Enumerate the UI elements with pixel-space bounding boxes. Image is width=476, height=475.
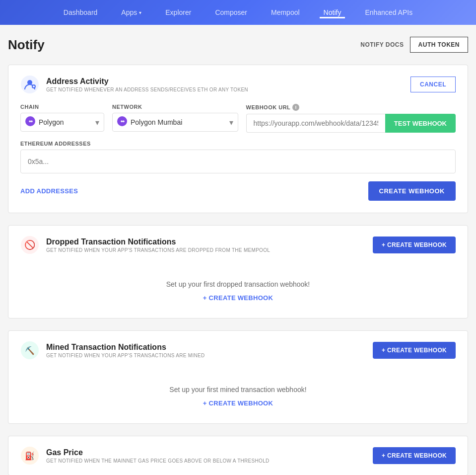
mined-transaction-empty-link[interactable]: + CREATE WEBHOOK (203, 399, 273, 407)
network-group: NETWORK Polygon Mumbai Mainnet Goerli (112, 104, 238, 133)
address-activity-form: CHAIN Polygon Ethereum Arbitrum (8, 104, 468, 213)
network-icon (117, 116, 127, 128)
gas-price-subtitle: GET NOTIFIED WHEN THE MAINNET GAS PRICE … (46, 458, 270, 464)
mined-transaction-empty-text: Set up your first mined transaction webh… (20, 386, 456, 394)
address-activity-title-group: Address Activity GET NOTIFIED WHENEVER A… (46, 77, 248, 92)
page-title: Notify (8, 37, 45, 53)
webhook-url-row: TEST WEBHOOK (246, 114, 456, 133)
info-icon: i (292, 104, 299, 111)
gas-price-card: ⛽ Gas Price GET NOTIFIED WHEN THE MAINNE… (8, 436, 468, 475)
address-activity-header-left: Address Activity GET NOTIFIED WHENEVER A… (20, 75, 248, 94)
dropped-transaction-icon: 🚫 (20, 236, 39, 254)
nav-explorer[interactable]: Explorer (161, 6, 195, 18)
create-webhook-button-primary[interactable]: CREATE WEBHOOK (368, 181, 456, 201)
nav-notify[interactable]: Notify (320, 6, 345, 18)
network-select-wrapper: Polygon Mumbai Mainnet Goerli ▾ (112, 113, 238, 132)
gas-price-header-left: ⛽ Gas Price GET NOTIFIED WHEN THE MAINNE… (20, 446, 270, 465)
dropped-transaction-empty-link[interactable]: + CREATE WEBHOOK (203, 294, 273, 302)
svg-text:🚫: 🚫 (24, 239, 36, 250)
nav-enhanced-apis[interactable]: Enhanced APIs (361, 6, 416, 18)
svg-text:⛽: ⛽ (25, 451, 35, 461)
dropped-transaction-header: 🚫 Dropped Transaction Notifications GET … (8, 226, 468, 264)
gas-price-title-group: Gas Price GET NOTIFIED WHEN THE MAINNET … (46, 448, 270, 464)
dropped-transaction-empty: Set up your first dropped transaction we… (8, 264, 468, 318)
mined-transaction-header-left: ⛏️ Mined Transaction Notifications GET N… (20, 341, 204, 360)
dropped-transaction-title-group: Dropped Transaction Notifications GET NO… (46, 238, 270, 253)
dropped-transaction-subtitle: GET NOTIFIED WHEN YOUR APP'S TRANSACTION… (46, 247, 270, 253)
form-row-selects: CHAIN Polygon Ethereum Arbitrum (20, 104, 456, 133)
dropped-transaction-card: 🚫 Dropped Transaction Notifications GET … (8, 225, 468, 318)
mined-transaction-title: Mined Transaction Notifications (46, 343, 204, 352)
notify-docs-button[interactable]: NOTIFY DOCS (360, 41, 404, 48)
dropped-transaction-title: Dropped Transaction Notifications (46, 238, 270, 246)
address-activity-subtitle: GET NOTIFIED WHENEVER AN ADDRESS SENDS/R… (46, 87, 248, 92)
network-label: NETWORK (112, 104, 238, 110)
dropped-create-webhook-button[interactable]: + CREATE WEBHOOK (373, 237, 456, 253)
webhook-url-input[interactable] (246, 114, 385, 133)
network-select[interactable]: Polygon Mumbai Mainnet Goerli (112, 113, 238, 132)
form-actions: ADD ADDRESSES CREATE WEBHOOK (20, 181, 456, 201)
address-activity-header: Address Activity GET NOTIFIED WHENEVER A… (8, 65, 468, 104)
dropped-transaction-header-left: 🚫 Dropped Transaction Notifications GET … (20, 236, 270, 254)
gas-price-title: Gas Price (46, 448, 270, 457)
mined-transaction-title-group: Mined Transaction Notifications GET NOTI… (46, 343, 204, 358)
webhook-url-group: WEBHOOK URL i TEST WEBHOOK (246, 104, 456, 133)
chain-select-wrapper: Polygon Ethereum Arbitrum ▾ (20, 113, 104, 132)
mined-transaction-header: ⛏️ Mined Transaction Notifications GET N… (8, 331, 468, 370)
nav-mempool[interactable]: Mempool (267, 6, 304, 18)
nav-apps[interactable]: Apps (117, 6, 145, 18)
mined-transaction-subtitle: GET NOTIFIED WHEN YOUR APP'S TRANSACTION… (46, 353, 204, 358)
gas-price-icon: ⛽ (20, 446, 39, 465)
nav-composer[interactable]: Composer (211, 6, 251, 18)
header-actions: NOTIFY DOCS AUTH TOKEN (360, 37, 468, 53)
mined-transaction-empty: Set up your first mined transaction webh… (8, 370, 468, 423)
gas-price-header: ⛽ Gas Price GET NOTIFIED WHEN THE MAINNE… (8, 436, 468, 475)
page-container: Notify NOTIFY DOCS AUTH TOKEN Ad (0, 25, 476, 475)
chain-group: CHAIN Polygon Ethereum Arbitrum (20, 104, 104, 133)
mined-transaction-icon: ⛏️ (20, 341, 39, 360)
mined-create-webhook-button[interactable]: + CREATE WEBHOOK (373, 342, 456, 359)
main-nav: Dashboard Apps Explorer Composer Mempool… (0, 0, 476, 25)
ethereum-addresses-input[interactable] (20, 150, 456, 173)
cancel-button[interactable]: CANCEL (410, 77, 456, 92)
nav-dashboard[interactable]: Dashboard (60, 6, 102, 18)
address-activity-icon (20, 75, 39, 94)
address-activity-title: Address Activity (46, 77, 248, 86)
gas-price-create-webhook-button[interactable]: + CREATE WEBHOOK (373, 447, 456, 464)
auth-token-button[interactable]: AUTH TOKEN (410, 37, 468, 53)
dropped-transaction-empty-text: Set up your first dropped transaction we… (20, 280, 456, 288)
ethereum-addresses-label: ETHEREUM ADDRESSES (20, 141, 456, 147)
chain-icon (25, 116, 35, 128)
svg-text:⛏️: ⛏️ (25, 346, 35, 355)
webhook-url-label: WEBHOOK URL i (246, 104, 456, 111)
mined-transaction-card: ⛏️ Mined Transaction Notifications GET N… (8, 330, 468, 424)
add-addresses-button[interactable]: ADD ADDRESSES (20, 187, 78, 195)
address-activity-card: Address Activity GET NOTIFIED WHENEVER A… (8, 65, 468, 213)
test-webhook-button[interactable]: TEST WEBHOOK (385, 114, 456, 133)
page-header: Notify NOTIFY DOCS AUTH TOKEN (8, 37, 468, 53)
ethereum-addresses-group: ETHEREUM ADDRESSES (20, 141, 456, 173)
chain-label: CHAIN (20, 104, 104, 110)
